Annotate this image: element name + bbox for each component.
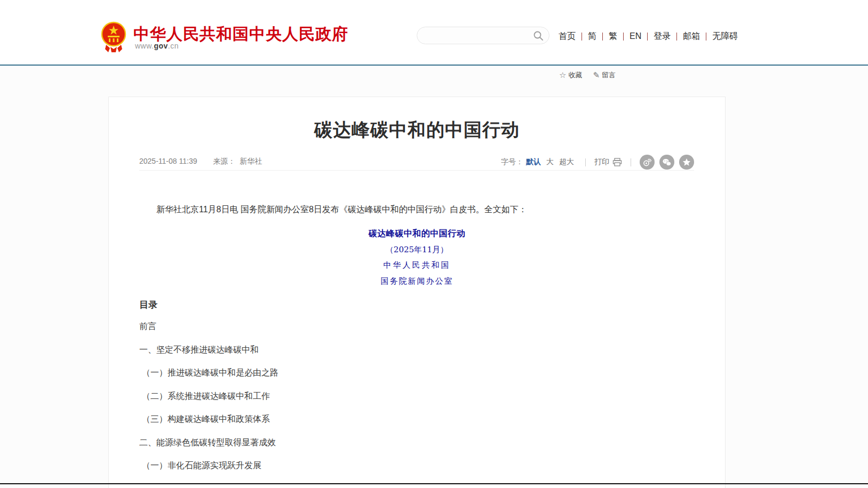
site-url-prefix: www.	[135, 42, 154, 50]
nav-separator	[647, 33, 648, 41]
favorite-share-button[interactable]	[679, 155, 694, 170]
search-input[interactable]	[425, 27, 529, 44]
weibo-share-button[interactable]	[640, 155, 655, 170]
toc-item: 一、坚定不移推进碳达峰碳中和	[139, 345, 278, 369]
source-label: 来源：	[213, 157, 235, 165]
site-url-suffix: .cn	[168, 42, 179, 50]
meta-separator	[585, 158, 586, 166]
document-date-line: （2025年11月）	[109, 245, 725, 255]
nav-separator	[676, 33, 677, 41]
bottom-border-line	[0, 483, 868, 484]
star-outline-icon: ☆	[559, 70, 566, 80]
message-button[interactable]: ✎留言	[593, 70, 616, 80]
toc-item: （一）推进碳达峰碳中和是必由之路	[139, 368, 278, 391]
lead-paragraph: 新华社北京11月8日电 国务院新闻办公室8日发布《碳达峰碳中和的中国行动》白皮书…	[139, 203, 619, 217]
fontsize-default-button[interactable]: 默认	[526, 157, 541, 167]
toc-item: 二、能源绿色低碳转型取得显著成效	[139, 438, 278, 461]
message-label: 留言	[602, 70, 616, 80]
toc-item: （三）构建碳达峰碳中和政策体系	[139, 414, 278, 438]
search-box	[417, 27, 550, 44]
article-date: 2025-11-08 11:39	[139, 157, 197, 165]
printer-icon	[612, 158, 622, 166]
nav-separator	[623, 33, 624, 41]
document-org-line1: 中华人民共和国	[109, 260, 725, 270]
article-meta-right: 字号： 默认 大 超大 打印	[501, 155, 694, 170]
article-title: 碳达峰碳中和的中国行动	[109, 118, 725, 142]
nav-english[interactable]: EN	[626, 31, 645, 41]
national-emblem-logo[interactable]	[101, 21, 126, 54]
weibo-icon	[642, 157, 652, 167]
wechat-share-button[interactable]	[659, 155, 674, 170]
toc-item: （二）系统推进碳达峰碳中和工作	[139, 391, 278, 415]
page-actions: ☆收藏 ✎留言	[559, 70, 616, 80]
star-icon	[682, 157, 691, 167]
document-title: 碳达峰碳中和的中国行动	[109, 228, 725, 239]
article-meta-row: 2025-11-08 11:39 来源： 新华社 字号： 默认 大 超大 打印	[139, 155, 694, 171]
toc-item: （一）非化石能源实现跃升发展	[139, 461, 278, 484]
meta-separator	[631, 158, 631, 166]
nav-separator	[706, 33, 706, 41]
site-url: www.gov.cn	[135, 42, 179, 50]
nav-simplified[interactable]: 简	[584, 31, 600, 42]
nav-home[interactable]: 首页	[555, 31, 579, 42]
site-url-gov: gov	[154, 42, 168, 50]
share-icons	[640, 155, 694, 170]
print-button[interactable]: 打印	[594, 157, 622, 167]
nav-login[interactable]: 登录	[650, 31, 674, 42]
fontsize-xlarge-button[interactable]: 超大	[559, 157, 574, 167]
toc-heading: 目录	[139, 299, 157, 311]
table-of-contents: 前言 一、坚定不移推进碳达峰碳中和 （一）推进碳达峰碳中和是必由之路 （二）系统…	[139, 322, 278, 484]
top-navigation: 首页 简 繁 EN 登录 邮箱 无障碍	[555, 30, 742, 43]
article-card: 碳达峰碳中和的中国行动 2025-11-08 11:39 来源： 新华社 字号：…	[108, 97, 726, 488]
site-header: 中华人民共和国中央人民政府 www.gov.cn 首页 简 繁 EN 登录 邮箱…	[0, 0, 868, 65]
document-org-line2: 国务院新闻办公室	[109, 276, 725, 286]
pencil-icon: ✎	[593, 70, 600, 80]
search-icon[interactable]	[533, 30, 544, 41]
page-root: 中华人民共和国中央人民政府 www.gov.cn 首页 简 繁 EN 登录 邮箱…	[0, 0, 868, 488]
article-source: 新华社	[240, 157, 262, 165]
nav-traditional[interactable]: 繁	[605, 31, 621, 42]
print-label: 打印	[594, 157, 609, 167]
fontsize-large-button[interactable]: 大	[546, 157, 554, 167]
emblem-icon	[101, 21, 126, 54]
nav-separator	[582, 33, 582, 41]
fontsize-label: 字号：	[501, 157, 523, 167]
nav-accessibility[interactable]: 无障碍	[708, 31, 742, 42]
favorite-button[interactable]: ☆收藏	[559, 70, 582, 80]
favorite-label: 收藏	[568, 70, 582, 80]
nav-mail[interactable]: 邮箱	[679, 31, 704, 42]
toc-item: 前言	[139, 322, 278, 345]
wechat-icon	[662, 157, 672, 167]
nav-separator	[602, 33, 603, 41]
article-meta-left: 2025-11-08 11:39 来源： 新华社	[139, 157, 262, 166]
